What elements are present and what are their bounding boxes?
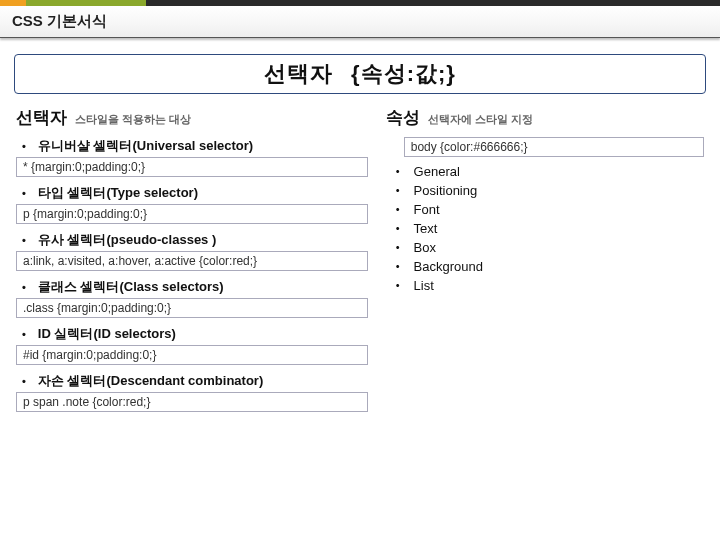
column-selector: 선택자 스타일을 적용하는 대상 • 유니버샬 셀렉터(Universal se…	[16, 106, 368, 419]
slide-title: CSS 기본서식	[12, 12, 107, 31]
bullet-icon: •	[396, 280, 400, 291]
accent-seg-dark	[146, 0, 720, 6]
content-area: 선택자 {속성:값;} 선택자 스타일을 적용하는 대상 • 유니버샬 셀렉터(…	[0, 38, 720, 419]
selector-item-label: 유니버샬 셀렉터(Universal selector)	[38, 137, 253, 155]
bullet-icon: •	[396, 223, 400, 234]
selector-item-label: 클래스 셀렉터(Class selectors)	[38, 278, 224, 296]
selector-item-label: 자손 셀렉터(Descendant combinator)	[38, 372, 263, 390]
list-item-label: Background	[414, 259, 483, 274]
code-text: .class {margin:0;padding:0;}	[23, 301, 171, 315]
selector-section-title: 선택자 스타일을 적용하는 대상	[16, 106, 368, 129]
code-text: p span .note {color:red;}	[23, 395, 150, 409]
slide: CSS 기본서식 선택자 {속성:값;} 선택자 스타일을 적용하는 대상 • …	[0, 0, 720, 540]
bullet-icon: •	[22, 188, 26, 199]
syntax-banner: 선택자 {속성:값;}	[14, 54, 706, 94]
columns: 선택자 스타일을 적용하는 대상 • 유니버샬 셀렉터(Universal se…	[12, 106, 708, 419]
list-item: •Text	[396, 221, 704, 236]
list-item: •General	[396, 164, 704, 179]
slide-header: CSS 기본서식	[0, 6, 720, 38]
column-property: 속성 선택자에 스타일 지정 body {color:#666666;} •Ge…	[386, 106, 704, 419]
property-subtitle: 선택자에 스타일 지정	[428, 112, 533, 127]
code-text: #id {margin:0;padding:0;}	[23, 348, 156, 362]
accent-bar	[0, 0, 720, 6]
list-item: •Font	[396, 202, 704, 217]
code-example: .class {margin:0;padding:0;}	[16, 298, 368, 318]
selector-item: • 클래스 셀렉터(Class selectors)	[22, 278, 368, 296]
list-item-label: List	[414, 278, 434, 293]
selector-item: • ID 실렉터(ID selectors)	[22, 325, 368, 343]
banner-selector-label: 선택자	[264, 59, 333, 89]
code-example: p {margin:0;padding:0;}	[16, 204, 368, 224]
code-example: * {margin:0;padding:0;}	[16, 157, 368, 177]
list-item-label: Font	[414, 202, 440, 217]
code-example: #id {margin:0;padding:0;}	[16, 345, 368, 365]
selector-title-text: 선택자	[16, 106, 67, 129]
bullet-icon: •	[396, 242, 400, 253]
selector-item-label: 타입 셀렉터(Type selector)	[38, 184, 198, 202]
bullet-icon: •	[22, 376, 26, 387]
selector-item: • 유니버샬 셀렉터(Universal selector)	[22, 137, 368, 155]
code-text: * {margin:0;padding:0;}	[23, 160, 145, 174]
selector-item: • 자손 셀렉터(Descendant combinator)	[22, 372, 368, 390]
bullet-icon: •	[396, 204, 400, 215]
selector-subtitle: 스타일을 적용하는 대상	[75, 112, 191, 127]
list-item: •Box	[396, 240, 704, 255]
list-item: •Positioning	[396, 183, 704, 198]
code-text: body {color:#666666;}	[411, 140, 528, 154]
code-example: p span .note {color:red;}	[16, 392, 368, 412]
bullet-icon: •	[396, 185, 400, 196]
code-example: a:link, a:visited, a:hover, a:active {co…	[16, 251, 368, 271]
bullet-icon: •	[22, 282, 26, 293]
list-item: •Background	[396, 259, 704, 274]
bullet-icon: •	[396, 261, 400, 272]
property-title-text: 속성	[386, 106, 420, 129]
property-section-title: 속성 선택자에 스타일 지정	[386, 106, 704, 129]
list-item-label: General	[414, 164, 460, 179]
selector-item: • 유사 셀렉터(pseudo-classes )	[22, 231, 368, 249]
list-item-label: Box	[414, 240, 436, 255]
selector-item-label: ID 실렉터(ID selectors)	[38, 325, 176, 343]
selector-item-label: 유사 셀렉터(pseudo-classes )	[38, 231, 216, 249]
bullet-icon: •	[22, 329, 26, 340]
code-text: p {margin:0;padding:0;}	[23, 207, 147, 221]
code-text: a:link, a:visited, a:hover, a:active {co…	[23, 254, 257, 268]
bullet-icon: •	[22, 235, 26, 246]
selector-item: • 타입 셀렉터(Type selector)	[22, 184, 368, 202]
list-item-label: Positioning	[414, 183, 478, 198]
list-item-label: Text	[414, 221, 438, 236]
list-item: •List	[396, 278, 704, 293]
accent-seg-orange	[0, 0, 26, 6]
property-code-example: body {color:#666666;}	[404, 137, 704, 157]
accent-seg-green	[26, 0, 146, 6]
property-list: •General •Positioning •Font •Text •Box •…	[396, 164, 704, 293]
banner-declaration-label: {속성:값;}	[351, 59, 456, 89]
bullet-icon: •	[22, 141, 26, 152]
bullet-icon: •	[396, 166, 400, 177]
